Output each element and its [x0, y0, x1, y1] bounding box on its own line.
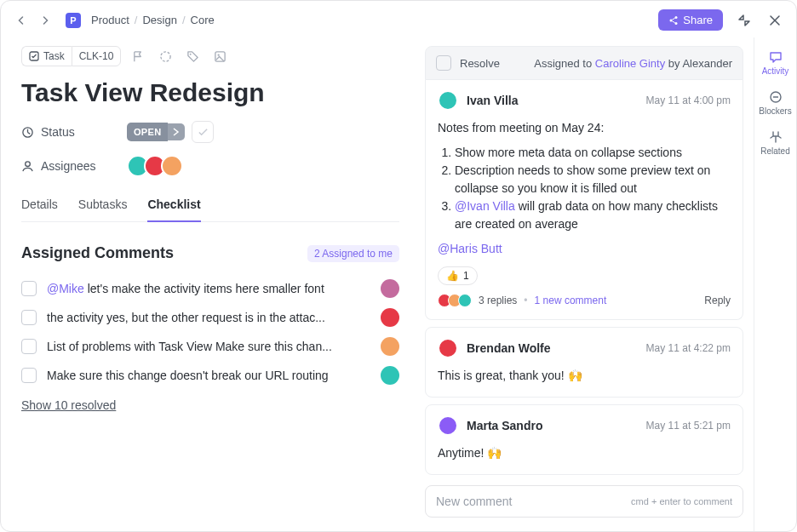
assigned-comment-text[interactable]: the activity yes, but the other request …: [47, 311, 370, 324]
comment-list-item: Description needs to show some preview t…: [455, 162, 731, 197]
assigned-comment-row: the activity yes, but the other request …: [21, 303, 399, 332]
svg-point-5: [190, 53, 192, 54]
comment-list-item: @Ivan Villa will grab data on how many c…: [455, 197, 731, 233]
breadcrumb-seg-1[interactable]: Product: [91, 14, 129, 26]
sidebar-item-label: Activity: [762, 66, 789, 76]
assignees-label: Assignees: [21, 159, 117, 173]
reaction-chip[interactable]: 👍 1: [438, 266, 478, 285]
task-id-pill[interactable]: CLK-10: [72, 46, 122, 66]
share-label: Share: [683, 14, 713, 26]
composer-hint: cmd + enter to comment: [631, 496, 732, 506]
assigned-to-name[interactable]: Caroline Ginty: [595, 57, 665, 70]
reply-avatars: [438, 294, 472, 307]
mention[interactable]: @Ivan Villa: [455, 199, 515, 213]
comment-list-item: Show more meta data on collapse sections: [455, 144, 731, 162]
assigned-comment-row: Make sure this change doesn't break our …: [21, 361, 399, 390]
assigned-to-text: Assigned to Caroline Ginty by Alexander: [534, 57, 732, 70]
comment-time: May 11 at 5:21 pm: [646, 420, 731, 432]
reaction-count: 1: [463, 270, 469, 282]
checkbox[interactable]: [21, 339, 37, 354]
status-icon: [21, 126, 34, 139]
avatar: [381, 366, 399, 385]
resolve-checkbox[interactable]: [436, 55, 451, 71]
task-type-label: Task: [43, 50, 65, 62]
workspace-icon[interactable]: P: [66, 13, 81, 28]
image-icon[interactable]: [209, 46, 230, 66]
reaction-emoji: 👍: [446, 270, 459, 282]
checkbox[interactable]: [21, 310, 37, 325]
task-type-pill[interactable]: Task: [21, 46, 72, 66]
svg-point-7: [217, 54, 219, 55]
mention[interactable]: @Haris Butt: [438, 242, 502, 255]
comment-body-line: Notes from meeting on May 24:: [438, 119, 731, 137]
nav-back-button[interactable]: [13, 12, 30, 29]
avatar: [161, 155, 183, 177]
sprint-icon[interactable]: [155, 46, 175, 66]
comment-card: Ivan Villa May 11 at 4:00 pm Notes from …: [425, 80, 743, 320]
tab-checklist[interactable]: Checklist: [147, 189, 200, 221]
avatar: [381, 337, 399, 356]
checkbox[interactable]: [21, 368, 37, 383]
nav-forward-button[interactable]: [37, 12, 54, 29]
comment-card: Brendan Wolfe May 11 at 4:22 pm This is …: [425, 327, 743, 398]
mark-complete-button[interactable]: [192, 121, 214, 143]
assigned-comment-row: @Mike let's make the activity items here…: [21, 274, 399, 303]
svg-point-4: [161, 51, 170, 60]
replies-count[interactable]: 3 replies: [479, 295, 517, 306]
breadcrumb-seg-3[interactable]: Core: [191, 14, 215, 26]
comment-author[interactable]: Marta Sandro: [467, 419, 542, 432]
svg-point-9: [26, 161, 31, 166]
status-next-button[interactable]: [168, 123, 185, 140]
tabs: Details Subtasks Checklist: [21, 189, 399, 222]
breadcrumb: Product / Design / Core: [91, 14, 215, 26]
show-resolved-link[interactable]: Show 10 resolved: [21, 398, 116, 412]
assigned-comment-row: List of problems with Task View Make sur…: [21, 332, 399, 361]
close-button[interactable]: [765, 11, 784, 30]
comment-time: May 11 at 4:22 pm: [646, 342, 731, 354]
comment-body: Anytime! 🙌: [438, 444, 731, 462]
comment-composer[interactable]: New comment cmd + enter to comment: [425, 485, 743, 518]
new-comment-badge[interactable]: 1 new comment: [535, 295, 607, 306]
avatar: [438, 90, 458, 111]
tab-subtasks[interactable]: Subtasks: [78, 189, 128, 221]
sidebar-item-related[interactable]: Related: [755, 124, 796, 161]
avatar: [381, 279, 399, 298]
share-button[interactable]: Share: [658, 9, 723, 31]
status-label: Status: [21, 125, 117, 139]
comment-card: Marta Sandro May 11 at 5:21 pm Anytime! …: [425, 404, 743, 475]
page-title: Task View Redesign: [21, 78, 399, 107]
assigned-comment-text[interactable]: Make sure this change doesn't break our …: [47, 369, 370, 382]
comment-author[interactable]: Ivan Villa: [467, 94, 518, 107]
comment-body: This is great, thank you! 🙌: [438, 367, 731, 385]
assigned-count-badge[interactable]: 2 Assigned to me: [307, 245, 399, 262]
share-icon: [668, 15, 679, 26]
comment-author[interactable]: Brendan Wolfe: [467, 341, 551, 355]
comment-icon: [769, 50, 783, 64]
sidebar-item-blockers[interactable]: Blockers: [755, 84, 796, 121]
checkbox[interactable]: [21, 281, 37, 296]
reply-button[interactable]: Reply: [704, 295, 731, 306]
avatar: [458, 294, 472, 307]
assigned-comments-heading: Assigned Comments: [21, 244, 174, 262]
blocker-icon: [769, 90, 783, 104]
svg-point-1: [670, 19, 673, 21]
tab-details[interactable]: Details: [21, 189, 58, 221]
user-icon: [21, 160, 34, 173]
flag-icon[interactable]: [128, 46, 148, 66]
svg-point-0: [675, 16, 678, 19]
resolve-label[interactable]: Resolve: [460, 57, 500, 70]
collapse-button[interactable]: [735, 11, 754, 30]
tag-icon[interactable]: [182, 46, 203, 66]
breadcrumb-seg-2[interactable]: Design: [142, 14, 176, 26]
status-value[interactable]: OPEN: [127, 123, 168, 141]
assignees-avatars[interactable]: [127, 155, 183, 177]
sidebar-item-activity[interactable]: Activity: [755, 44, 796, 81]
sidebar-item-label: Blockers: [759, 106, 791, 116]
related-icon: [769, 130, 783, 144]
assigned-comment-text[interactable]: @Mike let's make the activity items here…: [47, 282, 370, 295]
avatar: [438, 415, 458, 436]
resolve-bar: Resolve Assigned to Caroline Ginty by Al…: [425, 46, 743, 80]
comment-time: May 11 at 4:00 pm: [646, 94, 731, 106]
avatar: [381, 308, 399, 327]
assigned-comment-text[interactable]: List of problems with Task View Make sur…: [47, 340, 370, 353]
